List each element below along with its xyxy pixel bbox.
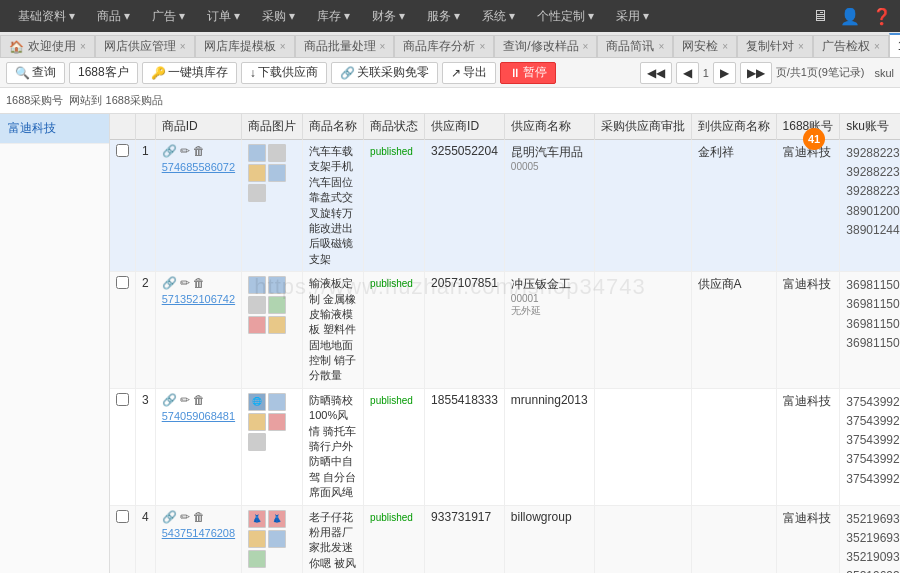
col-status: 商品状态 bbox=[364, 114, 425, 140]
table-header-row: 商品ID 商品图片 商品名称 商品状态 供应商ID 供应商名称 采购供应商审批 … bbox=[110, 114, 900, 140]
left-sidebar: 富迪科技 bbox=[0, 114, 110, 573]
help-icon[interactable]: ❓ bbox=[872, 7, 892, 26]
tab-close-net-check[interactable]: × bbox=[722, 42, 728, 52]
download-icon: ↓ bbox=[250, 66, 256, 80]
row1-dest-supplier: 金利祥 bbox=[691, 140, 776, 272]
tab-close-ad-check[interactable]: × bbox=[874, 42, 880, 52]
tab-product-brief[interactable]: 商品简讯 × bbox=[597, 35, 673, 57]
tab-close-product-brief[interactable]: × bbox=[658, 42, 664, 52]
tab-store-supply[interactable]: 网店供应管理 × bbox=[95, 35, 195, 57]
row4-num: 4 bbox=[136, 505, 156, 573]
row1-status: published bbox=[364, 140, 425, 272]
tab-ad-check[interactable]: 广告检权 × bbox=[813, 35, 889, 57]
tab-close-welcome[interactable]: × bbox=[80, 42, 86, 52]
tab-batch[interactable]: 商品批量处理 × bbox=[295, 35, 395, 57]
nav-ads[interactable]: 广告 ▾ bbox=[142, 4, 195, 29]
row4-edit-icon[interactable]: ✏ bbox=[180, 510, 190, 524]
fill-stock-btn[interactable]: 🔑 一键填库存 bbox=[142, 62, 237, 84]
row3-link-icon[interactable]: 🔗 bbox=[162, 393, 177, 407]
row4-link-icon[interactable]: 🔗 bbox=[162, 510, 177, 524]
next-page-btn[interactable]: ▶ bbox=[713, 62, 736, 84]
row2-thumb5 bbox=[248, 316, 266, 334]
download-supplier-btn[interactable]: ↓ 下载供应商 bbox=[241, 62, 327, 84]
sidebar-item-fudi[interactable]: 富迪科技 bbox=[0, 114, 109, 144]
tab-store-lib[interactable]: 网店库提模板 × bbox=[195, 35, 295, 57]
customer-1688-btn[interactable]: 1688客户 bbox=[69, 62, 138, 84]
tab-1688-purchase[interactable]: 1688端采购品 × bbox=[889, 33, 900, 57]
prev-page-btn[interactable]: ◀ bbox=[676, 62, 699, 84]
nav-system[interactable]: 系统 ▾ bbox=[472, 4, 525, 29]
row1-edit-icon[interactable]: ✏ bbox=[180, 144, 190, 158]
tab-close-stock-analysis[interactable]: × bbox=[479, 42, 485, 52]
user-icon[interactable]: 👤 bbox=[840, 7, 860, 26]
tab-close-query-sample[interactable]: × bbox=[583, 42, 589, 52]
nav-orders[interactable]: 订单 ▾ bbox=[197, 4, 250, 29]
tab-copy[interactable]: 复制针对 × bbox=[737, 35, 813, 57]
row4-checkbox[interactable] bbox=[110, 505, 136, 573]
row1-delete-icon[interactable]: 🗑 bbox=[193, 144, 205, 158]
sub-toolbar: 1688采购号 网站到 1688采购品 bbox=[0, 88, 900, 114]
row2-product-link[interactable]: 571352106742 bbox=[162, 293, 235, 305]
row2-link-icon[interactable]: 🔗 bbox=[162, 276, 177, 290]
row2-edit-icon[interactable]: ✏ bbox=[180, 276, 190, 290]
col-images: 商品图片 bbox=[242, 114, 303, 140]
row2-thumb4 bbox=[268, 296, 286, 314]
nav-products[interactable]: 商品 ▾ bbox=[87, 4, 140, 29]
row3-supplier-name: mrunning2013 bbox=[504, 388, 594, 505]
row3-actions: 🔗 ✏ 🗑 bbox=[162, 393, 235, 407]
sku-label: skul bbox=[874, 67, 894, 79]
row2-supplier-id: 2057107851 bbox=[425, 272, 505, 389]
tab-net-check[interactable]: 网安检 × bbox=[673, 35, 737, 57]
tab-stock-analysis[interactable]: 商品库存分析 × bbox=[394, 35, 494, 57]
nav-basic-data[interactable]: 基础资料 ▾ bbox=[8, 4, 85, 29]
row3-edit-icon[interactable]: ✏ bbox=[180, 393, 190, 407]
row3-images: 🌐 bbox=[242, 388, 303, 505]
tab-welcome[interactable]: 🏠 欢迎使用 × bbox=[0, 35, 95, 57]
pagination: ◀◀ ◀ 1 ▶ ▶▶ 页/共1页(9笔记录) skul bbox=[640, 62, 894, 84]
orange-badge: 41 bbox=[803, 128, 825, 150]
row3-product-id: 🔗 ✏ 🗑 574059068481 bbox=[155, 388, 241, 505]
nav-inventory[interactable]: 库存 ▾ bbox=[307, 4, 360, 29]
row4-account-1688: 富迪科技 bbox=[776, 505, 840, 573]
last-page-btn[interactable]: ▶▶ bbox=[740, 62, 772, 84]
row3-delete-icon[interactable]: 🗑 bbox=[193, 393, 205, 407]
col-num bbox=[136, 114, 156, 140]
row3-checkbox[interactable] bbox=[110, 388, 136, 505]
row1-link-icon[interactable]: 🔗 bbox=[162, 144, 177, 158]
table-row: 4 🔗 ✏ 🗑 543751476208 👗 bbox=[110, 505, 900, 573]
row2-checkbox[interactable] bbox=[110, 272, 136, 389]
first-page-btn[interactable]: ◀◀ bbox=[640, 62, 672, 84]
nav-purchase[interactable]: 采购 ▾ bbox=[252, 4, 305, 29]
pause-btn[interactable]: ⏸ 暂停 bbox=[500, 62, 556, 84]
query-btn[interactable]: 🔍 查询 bbox=[6, 62, 65, 84]
tab-close-batch[interactable]: × bbox=[380, 42, 386, 52]
row3-thumb2 bbox=[268, 393, 286, 411]
nav-service[interactable]: 服务 ▾ bbox=[417, 4, 470, 29]
row1-product-link[interactable]: 574685586072 bbox=[162, 161, 235, 173]
row4-delete-icon[interactable]: 🗑 bbox=[193, 510, 205, 524]
tab-close-copy[interactable]: × bbox=[798, 42, 804, 52]
row1-thumb3 bbox=[248, 164, 266, 182]
row1-checkbox[interactable] bbox=[110, 140, 136, 272]
row3-product-link[interactable]: 574059068481 bbox=[162, 410, 235, 422]
tab-close-store-lib[interactable]: × bbox=[280, 42, 286, 52]
monitor-icon[interactable]: 🖥 bbox=[812, 7, 828, 25]
export-btn[interactable]: ↗ 导出 bbox=[442, 62, 496, 84]
row4-product-link[interactable]: 543751476208 bbox=[162, 527, 235, 539]
nav-finance[interactable]: 财务 ▾ bbox=[362, 4, 415, 29]
row1-thumb-strip bbox=[248, 144, 296, 202]
row4-thumb-strip: 👗 👗 bbox=[248, 510, 296, 568]
col-product-id: 商品ID bbox=[155, 114, 241, 140]
row3-title: 防晒骑校 100%风情 骑托车骑行户外防晒中自驾 自分台席面风绳 bbox=[303, 388, 364, 505]
nav-custom[interactable]: 个性定制 ▾ bbox=[527, 4, 604, 29]
row1-actions: 🔗 ✏ 🗑 bbox=[162, 144, 235, 158]
link-purchase-btn[interactable]: 🔗 关联采购免零 bbox=[331, 62, 438, 84]
row3-thumb3 bbox=[248, 413, 266, 431]
row3-approval bbox=[594, 388, 691, 505]
row4-supplier-id: 933731917 bbox=[425, 505, 505, 573]
nav-apply[interactable]: 采用 ▾ bbox=[606, 4, 659, 29]
row1-thumb1 bbox=[248, 144, 266, 162]
tab-query-sample[interactable]: 查询/修改样品 × bbox=[494, 35, 597, 57]
row2-delete-icon[interactable]: 🗑 bbox=[193, 276, 205, 290]
tab-close-store-supply[interactable]: × bbox=[180, 42, 186, 52]
